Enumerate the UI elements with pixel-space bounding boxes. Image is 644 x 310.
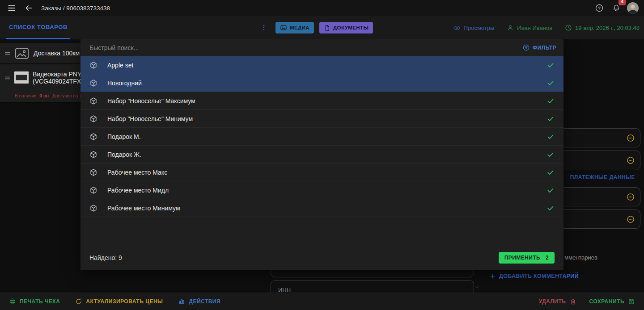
bottom-action-bar: ПЕЧАТЬ ЧЕКА АКТУАЛИЗИРОВАТЬ ЦЕНЫ ДЕЙСТВИ… [0, 293, 644, 310]
save-button[interactable]: СОХРАНИТЬ [589, 298, 635, 305]
image-icon [280, 24, 287, 31]
hamburger-menu-icon[interactable] [5, 2, 18, 14]
set-name: Apple set [107, 62, 537, 69]
package-icon [89, 168, 97, 176]
set-name: Подарок М. [107, 133, 537, 140]
plus-icon [490, 273, 496, 279]
breadcrumb: Заказы / 9060383733438 [41, 5, 110, 12]
picker-search-row: ФИЛЬТР [80, 39, 564, 56]
filter-button[interactable]: ФИЛЬТР [522, 44, 556, 51]
update-prices-button[interactable]: АКТУАЛИЗИРОВАТЬ ЦЕНЫ [75, 298, 163, 305]
kebab-menu-icon[interactable] [258, 21, 270, 34]
set-list-item[interactable]: Набор "Новоселье" Минимум [80, 110, 564, 128]
save-label: СОХРАНИТЬ [589, 298, 624, 305]
check-icon [547, 151, 555, 159]
update-prices-label: АКТУАЛИЗИРОВАТЬ ЦЕНЫ [86, 298, 163, 305]
add-comment-button[interactable]: ДОБАВИТЬ КОММЕНТАРИЙ [490, 273, 579, 279]
set-list-item[interactable]: Рабочее место Макс [80, 163, 564, 181]
notification-count-badge: 4 [619, 0, 626, 5]
set-list-item[interactable]: Подарок Ж. [80, 146, 564, 163]
set-name: Рабочее место Минимум [107, 205, 537, 212]
drag-handle-icon[interactable] [0, 51, 14, 55]
found-count: Найдено: 9 [89, 254, 122, 261]
actions-label: ДЕЙСТВИЯ [189, 298, 220, 305]
views-link[interactable]: Просмотры [453, 24, 495, 32]
package-icon [89, 133, 97, 141]
set-list-item[interactable]: Рабочее место Минимум [80, 199, 564, 217]
package-icon [89, 151, 97, 159]
set-list-item[interactable]: Подарок М. [80, 128, 564, 146]
columns-icon [178, 298, 185, 305]
quick-search-input[interactable] [89, 44, 522, 51]
media-button[interactable]: МЕДИА [275, 22, 314, 34]
set-picker-dropdown: ФИЛЬТР Apple set Новогодний Набор "Новос… [80, 39, 564, 270]
back-arrow-icon[interactable] [22, 2, 35, 14]
print-receipt-button[interactable]: ПЕЧАТЬ ЧЕКА [9, 298, 60, 305]
package-icon [89, 97, 97, 105]
check-icon [547, 115, 555, 123]
set-name: Рабочее место Мидл [107, 187, 537, 194]
set-list-item[interactable]: Apple set [80, 56, 564, 74]
comments-count-text: мментариев [564, 254, 597, 261]
set-list-item[interactable]: Рабочее место Мидл [80, 181, 564, 199]
check-icon [547, 61, 555, 69]
documents-button[interactable]: ДОКУМЕНТЫ [319, 22, 373, 34]
printer-icon [9, 298, 16, 305]
timestamp-indicator: 19 апр. 2026 г., 20:03:48 [565, 24, 640, 31]
notifications-bell-icon[interactable]: 4 [610, 2, 623, 14]
clock-icon [565, 24, 572, 31]
media-button-label: МЕДИА [290, 25, 309, 30]
set-name: Новогодний [107, 80, 537, 87]
check-icon [547, 168, 555, 176]
person-icon [507, 24, 514, 31]
user-avatar[interactable] [627, 2, 639, 14]
package-icon [89, 79, 97, 87]
image-placeholder-icon [14, 47, 30, 59]
apply-button[interactable]: ПРИМЕНИТЬ 2 [499, 252, 555, 264]
save-floppy-icon [628, 298, 635, 305]
product-thumbnail [14, 71, 29, 84]
ellipsis-circle-icon[interactable] [626, 156, 635, 165]
user-indicator: Иван Иванов [507, 24, 552, 31]
apply-label: ПРИМЕНИТЬ [504, 255, 540, 261]
user-name: Иван Иванов [517, 25, 552, 31]
check-icon [547, 133, 555, 141]
product-title: Доставка 100км [34, 50, 80, 57]
set-name: Рабочее место Макс [107, 169, 537, 176]
tab-product-list[interactable]: СПИСОК ТОВАРОВ [6, 16, 70, 39]
documents-button-label: ДОКУМЕНТЫ [333, 25, 369, 30]
picker-footer: Найдено: 9 ПРИМЕНИТЬ 2 [80, 246, 564, 270]
trash-icon [569, 298, 576, 305]
check-icon [547, 79, 555, 87]
set-list-item[interactable]: Новогодний [80, 74, 564, 92]
filter-icon [522, 44, 530, 51]
timestamp: 19 апр. 2026 г., 20:03:48 [575, 25, 640, 31]
apply-count-badge: 2 [546, 255, 549, 261]
views-label: Просмотры [464, 25, 495, 31]
toolbar: СПИСОК ТОВАРОВ МЕДИА ДОКУМЕНТЫ Просмотры [0, 16, 644, 39]
delete-label: УДАЛИТЬ [539, 298, 566, 305]
ellipsis-circle-icon[interactable] [626, 215, 635, 224]
filter-label: ФИЛЬТР [533, 45, 556, 51]
add-comment-label: ДОБАВИТЬ КОММЕНТАРИЙ [499, 273, 579, 279]
ellipsis-circle-icon[interactable] [626, 193, 635, 201]
top-bar: Заказы / 9060383733438 ? 4 [0, 0, 644, 16]
ellipsis-circle-icon[interactable] [626, 134, 635, 142]
eye-icon [453, 24, 461, 32]
package-icon [89, 186, 97, 194]
help-icon[interactable]: ? [593, 2, 606, 14]
payment-section-title: ПЛАТЕЖНЫЕ ДАННЫЕ [570, 174, 635, 180]
chevron-down-icon[interactable] [475, 285, 479, 289]
drag-handle-icon[interactable] [0, 76, 14, 80]
svg-text:?: ? [598, 6, 601, 10]
package-icon [89, 115, 97, 123]
check-icon [547, 186, 555, 194]
actions-button[interactable]: ДЕЙСТВИЯ [178, 298, 220, 305]
set-list-item[interactable]: Набор "Новоселье" Максимум [80, 92, 564, 110]
document-icon [324, 25, 330, 31]
print-receipt-label: ПЕЧАТЬ ЧЕКА [20, 298, 60, 305]
package-icon [89, 61, 97, 69]
set-name: Подарок Ж. [107, 151, 537, 158]
stock-label: В наличии [15, 93, 36, 98]
delete-button[interactable]: УДАЛИТЬ [539, 298, 577, 305]
